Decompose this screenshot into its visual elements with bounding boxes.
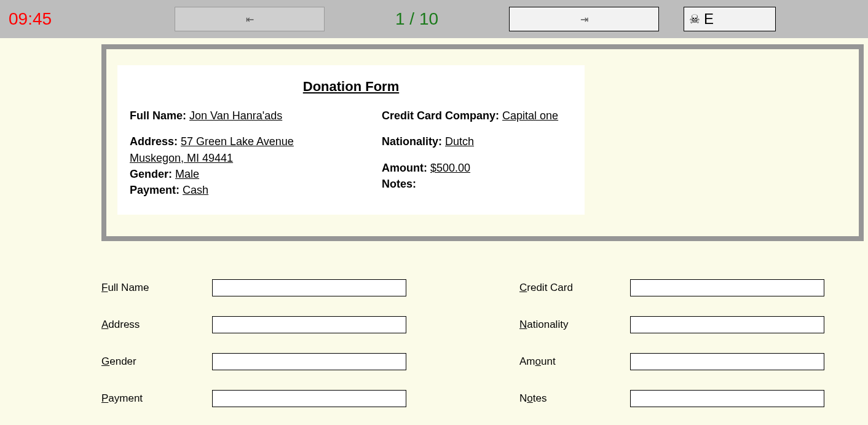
nationality-input-label: Nationality [519,319,630,331]
full-name-input[interactable] [212,279,406,296]
slide-title: Donation Form [130,79,572,95]
page-counter: 1 / 10 [325,9,509,29]
exit-button[interactable]: ☠ E [684,7,776,31]
arrow-left-bar-icon: ⇤ [246,14,254,25]
cc-value: Capital one [502,109,558,122]
field-gender: Gender: Male [130,167,382,181]
amount-label: Amount: [382,162,430,174]
full-name-value: Jon Van Hanra'ads [189,109,282,122]
prev-button: ⇤ [175,7,325,31]
amount-value: $500.00 [430,162,470,174]
address-line2: Muskegon, MI 49441 [130,152,233,164]
amount-input-label: Amount [519,355,630,368]
payment-input-label: Payment [101,392,212,405]
payment-value: Cash [183,184,208,196]
nationality-value: Dutch [445,135,474,148]
slide-frame: Donation Form Full Name: Jon Van Hanra'a… [101,44,864,241]
payment-label: Payment: [130,184,183,196]
field-address-line2: Muskegon, MI 49441 [130,151,382,165]
amount-input[interactable] [630,353,824,370]
full-name-label: Full Name: [130,109,189,122]
slide-wrapper: Donation Form Full Name: Jon Van Hanra'a… [0,38,868,241]
field-notes: Notes: [382,177,572,191]
exit-label: E [704,10,714,28]
notes-input[interactable] [630,390,824,407]
gender-input[interactable] [212,353,406,370]
address-input-label: Address [101,319,212,331]
nationality-input[interactable] [630,316,824,333]
field-nationality: Nationality: Dutch [382,134,572,149]
payment-input[interactable] [212,390,406,407]
timer-display: 09:45 [9,9,175,29]
gender-value: Male [175,168,199,180]
notes-label: Notes: [382,178,416,190]
top-bar: 09:45 ⇤ 1 / 10 ⇥ ☠ E [0,0,868,38]
form-area: Full Name Credit Card Address Nationalit… [0,241,868,407]
field-full-name: Full Name: Jon Van Hanra'ads [130,108,382,123]
arrow-right-bar-icon: ⇥ [580,14,588,25]
cc-label: Credit Card Company: [382,109,502,122]
field-address: Address: 57 Green Lake Avenue [130,134,382,149]
gender-input-label: Gender [101,355,212,368]
nationality-label: Nationality: [382,135,445,148]
address-label: Address: [130,135,181,148]
field-cc: Credit Card Company: Capital one [382,108,572,123]
field-payment: Payment: Cash [130,183,382,197]
skull-icon: ☠ [689,12,700,26]
next-button[interactable]: ⇥ [509,7,659,31]
address-line1: 57 Green Lake Avenue [181,135,294,148]
gender-label: Gender: [130,168,175,180]
slide-card: Donation Form Full Name: Jon Van Hanra'a… [117,65,585,215]
full-name-input-label: Full Name [101,282,212,294]
credit-card-input-label: Credit Card [519,282,630,294]
notes-input-label: Notes [519,392,630,405]
field-amount: Amount: $500.00 [382,161,572,175]
address-input[interactable] [212,316,406,333]
credit-card-input[interactable] [630,279,824,296]
